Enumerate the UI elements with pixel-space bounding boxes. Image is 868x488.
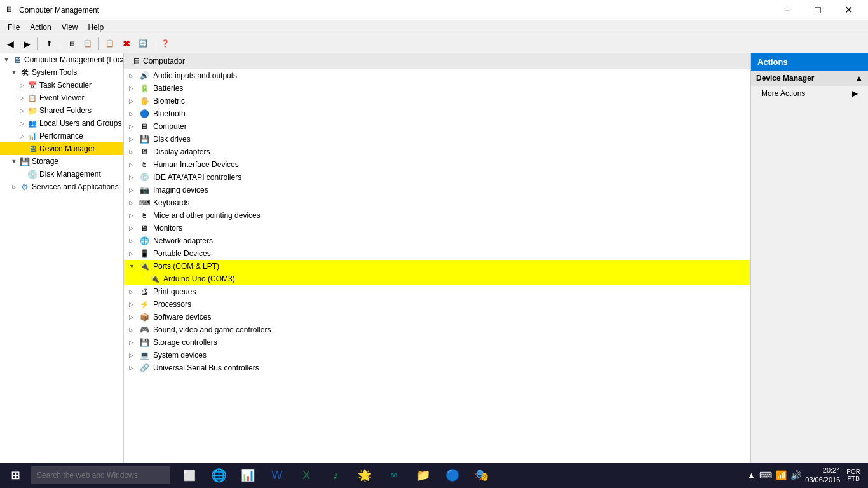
device-list-item[interactable]: ▷💾Disk drives: [124, 133, 750, 146]
device-icon: ⚡: [139, 299, 149, 309]
device-list-item[interactable]: 🔌Arduino Uno (COM3): [124, 273, 750, 285]
device-list-item[interactable]: ▷🖐Biometric: [124, 95, 750, 107]
device-expand-icon: ▷: [129, 136, 137, 142]
sidebar-item-storage[interactable]: ▼ 💾 Storage: [0, 155, 123, 168]
device-list-item[interactable]: ▷🔗Universal Serial Bus controllers: [124, 362, 750, 374]
device-list-item[interactable]: ▷📱Portable Devices: [124, 247, 750, 260]
device-label: Bluetooth: [153, 109, 186, 118]
toolbar-delete[interactable]: ✖: [119, 36, 134, 51]
device-list-item[interactable]: ▷🖱Human Interface Devices: [124, 158, 750, 171]
device-icon: 🔵: [139, 109, 149, 119]
services-apps-icon: ⚙: [20, 182, 30, 192]
taskbar-powerpoint[interactable]: 📊: [234, 463, 262, 488]
menu-action[interactable]: Action: [25, 22, 56, 33]
toolbar-up[interactable]: ⬆: [41, 36, 57, 51]
sidebar-item-system-tools[interactable]: ▼ 🛠 System Tools: [0, 66, 123, 79]
device-list-item[interactable]: ▷🖥Display adapters: [124, 146, 750, 158]
toolbar-new[interactable]: 📋: [102, 36, 118, 51]
toolbar-new-window[interactable]: 📋: [80, 36, 95, 51]
sidebar-item-disk-management[interactable]: 💿 Disk Management: [0, 168, 123, 180]
clock-date: 03/06/2016: [805, 475, 840, 485]
device-list-item[interactable]: ▷📦Software devices: [124, 311, 750, 323]
taskbar-search-input[interactable]: [31, 466, 170, 484]
tray-show-hidden[interactable]: ▲: [747, 470, 756, 480]
toolbar-forward[interactable]: ▶: [19, 36, 34, 51]
device-list-item[interactable]: ▷🌐Network adapters: [124, 234, 750, 247]
device-icon: 💾: [139, 134, 149, 144]
system-tools-expand: ▼: [10, 69, 18, 76]
device-label: Sound, video and game controllers: [153, 325, 271, 334]
taskbar-spotify[interactable]: ♪: [322, 463, 349, 488]
maximize-button[interactable]: □: [803, 0, 832, 20]
taskbar-word[interactable]: W: [263, 463, 291, 488]
device-expand-icon: ▷: [129, 72, 137, 79]
device-list-item[interactable]: ▼🔌Ports (COM & LPT): [124, 260, 750, 273]
toolbar-help[interactable]: ❓: [158, 36, 173, 51]
region-loc: PTB: [846, 475, 860, 482]
taskbar-files[interactable]: 📁: [409, 463, 437, 488]
device-list-item[interactable]: ▷💾Storage controllers: [124, 336, 750, 349]
device-label: Arduino Uno (COM3): [163, 274, 235, 283]
tray-volume[interactable]: 🔊: [790, 470, 801, 480]
device-list-item[interactable]: ▷🖱Mice and other pointing devices: [124, 209, 750, 222]
taskbar-chrome[interactable]: 🌐: [205, 463, 233, 488]
device-icon: 🌐: [139, 236, 149, 246]
device-list-item[interactable]: ▷🔋Batteries: [124, 82, 750, 95]
sidebar-root[interactable]: ▼ 🖥 Computer Management (Local: [0, 53, 123, 66]
taskbar-clock[interactable]: 20:24 03/06/2016: [805, 466, 840, 485]
device-list-item[interactable]: ▷🔵Bluetooth: [124, 107, 750, 120]
taskbar-unknown3[interactable]: 🎭: [468, 463, 496, 488]
device-list-item[interactable]: ▷🖥Computer: [124, 120, 750, 133]
sidebar-item-task-scheduler[interactable]: ▷ 📅 Task Scheduler: [0, 79, 123, 92]
action-more-actions-label: More Actions: [761, 89, 805, 98]
toolbar-properties[interactable]: 🔄: [135, 36, 151, 51]
actions-section-title: Device Manager: [756, 74, 814, 83]
sidebar-item-event-viewer[interactable]: ▷ 📋 Event Viewer: [0, 92, 123, 104]
device-list-item[interactable]: ▷💿IDE ATA/ATAPI controllers: [124, 171, 750, 184]
toolbar-back[interactable]: ◀: [3, 36, 18, 51]
sidebar-item-device-manager[interactable]: 🖥 Device Manager: [0, 142, 123, 155]
device-list-item[interactable]: ▷🔊Audio inputs and outputs: [124, 69, 750, 82]
actions-section-device-manager[interactable]: Device Manager ▲: [751, 71, 868, 86]
sidebar-spacer: [0, 193, 123, 206]
menu-view[interactable]: View: [57, 22, 83, 33]
device-icon: 🔌: [149, 274, 159, 284]
sidebar-item-shared-folders[interactable]: ▷ 📁 Shared Folders: [0, 104, 123, 117]
device-manager-label: Device Manager: [39, 144, 95, 153]
sidebar-item-performance[interactable]: ▷ 📊 Performance: [0, 130, 123, 142]
device-list-item[interactable]: ▷🎮Sound, video and game controllers: [124, 323, 750, 336]
action-more-actions[interactable]: More Actions ▶: [751, 86, 868, 100]
toolbar-show-hide-console[interactable]: 🖥: [64, 36, 79, 51]
device-list-item[interactable]: ▷⌨Keyboards: [124, 196, 750, 209]
close-button[interactable]: ✕: [834, 0, 863, 20]
device-expand-icon: ▷: [129, 225, 137, 231]
device-expand-icon: ▷: [129, 187, 137, 193]
menu-help[interactable]: Help: [83, 22, 109, 33]
minimize-button[interactable]: −: [773, 0, 802, 20]
taskbar-arduino[interactable]: ∞: [380, 463, 408, 488]
taskbar-unknown2[interactable]: 🔵: [438, 463, 466, 488]
device-expand-icon: ▷: [129, 200, 137, 206]
device-list-item[interactable]: ▷💻System devices: [124, 349, 750, 362]
tray-network[interactable]: 📶: [776, 470, 787, 480]
sidebar-item-local-users[interactable]: ▷ 👥 Local Users and Groups: [0, 117, 123, 130]
region-lang: POR: [846, 468, 860, 475]
sidebar-item-services-apps[interactable]: ▷ ⚙ Services and Applications: [0, 180, 123, 193]
taskbar-task-view[interactable]: ⬜: [175, 463, 203, 488]
tray-keyboard[interactable]: ⌨: [759, 470, 772, 480]
start-button[interactable]: ⊞: [3, 463, 28, 488]
device-list-item[interactable]: ▷📷Imaging devices: [124, 184, 750, 196]
menu-file[interactable]: File: [3, 22, 25, 33]
taskbar-unknown1[interactable]: 🌟: [351, 463, 379, 488]
device-icon: 📦: [139, 312, 149, 322]
title-bar: 🖥 Computer Management − □ ✕: [0, 0, 868, 20]
taskbar-excel[interactable]: X: [292, 463, 320, 488]
device-list-item[interactable]: ▷🖨Print queues: [124, 285, 750, 298]
toolbar-sep-4: [154, 37, 154, 50]
device-list-item[interactable]: ▷⚡Processors: [124, 298, 750, 311]
device-expand-icon: ▷: [129, 174, 137, 180]
device-label: Ports (COM & LPT): [153, 262, 219, 271]
device-label: Keyboards: [153, 198, 189, 207]
device-expand-icon: ▷: [129, 301, 137, 308]
device-list-item[interactable]: ▷🖥Monitors: [124, 222, 750, 234]
